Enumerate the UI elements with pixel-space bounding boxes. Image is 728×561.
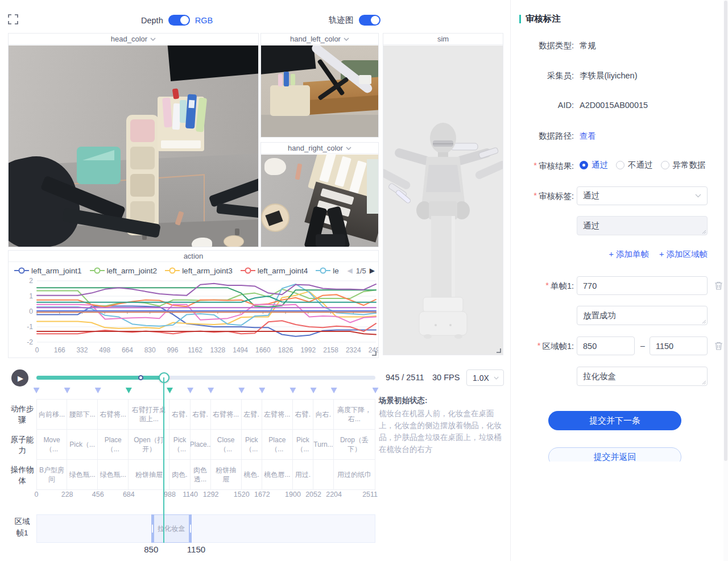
data-path-view-link[interactable]: 查看 [580,131,596,142]
step-cell[interactable]: 向右. [313,400,334,429]
resize-corner-icon[interactable] [371,350,377,356]
legend-next-icon[interactable]: ▶ [370,267,375,275]
add-single-frame-button[interactable]: + 添加单帧 [609,249,650,260]
playback-slider[interactable] [36,376,375,380]
step-cell[interactable]: Pick（... [67,430,98,459]
step-marker[interactable] [311,388,317,393]
step-cell[interactable]: Place（... [262,430,293,459]
scrollbar-thumb[interactable] [724,1,727,461]
single-frame-dot-marker[interactable] [138,375,143,380]
step-marker[interactable] [238,388,245,393]
step-cell[interactable]: 肉色透... [191,460,211,489]
step-cell[interactable]: Close（... [211,430,242,459]
step-marker[interactable] [64,388,71,393]
region-frame-track[interactable]: 拉化妆盒 [36,514,375,543]
step-cell[interactable]: 右臂. [293,400,313,429]
step-cell[interactable]: 用过. [293,460,313,489]
step-cell[interactable]: 腰部下... [67,400,98,429]
review-tag-comment[interactable]: 通过 [577,216,708,235]
step-cell[interactable]: 右臂将... [211,400,242,429]
review-tag-select[interactable]: 通过 [577,186,708,205]
annotation-review-app: Depth RGB 轨迹图 head_color hand_left_color [0,0,728,561]
scene-note-body: 梳妆台在机器人前，化妆盒在桌面上，化妆盒的侧边摆放着物品，化妆品，护肤品盒垃圾在… [379,408,509,455]
step-cell[interactable]: 桃色. [242,460,262,489]
trash-icon[interactable] [714,341,723,351]
legend-item[interactable]: left_arm_joint3 [165,267,233,275]
step-marker[interactable] [208,388,214,393]
step-marker[interactable] [289,388,296,393]
step-cell[interactable]: B户型房间 [36,460,67,489]
add-region-frame-button[interactable]: + 添加区域帧 [659,249,708,260]
svg-text:2: 2 [29,278,33,285]
data-type-label: 数据类型: [539,40,574,51]
step-cell[interactable]: 向前移... [36,400,67,429]
step-cell[interactable]: 肉色. [169,460,190,489]
step-marker[interactable] [34,388,40,393]
step-cell[interactable]: Place（... [98,430,129,459]
step-cell[interactable] [313,460,334,489]
hand-right-camera-title[interactable]: hand_right_color [288,144,343,152]
action-line-chart[interactable]: 210-1-2016633249866483099611621328149416… [9,278,378,358]
step-cell[interactable]: Pick（... [169,430,190,459]
step-cell[interactable]: 粉饼抽屉 [211,460,242,489]
legend-prev-icon[interactable]: ◀ [347,267,352,275]
page-scrollbar[interactable] [723,0,728,561]
review-result-option[interactable]: 不通过 [616,160,653,171]
step-cell[interactable]: Drop（丢下） [334,430,375,459]
trajectory-switch[interactable] [359,15,380,26]
speed-select[interactable]: 1.0X [466,369,504,386]
submit-next-button[interactable]: 提交并下一条 [548,411,681,430]
fullscreen-icon[interactable] [8,14,18,24]
legend-item[interactable]: le [316,267,339,275]
review-result-option[interactable]: 异常数据 [661,160,706,171]
step-cell[interactable]: Pick（... [242,430,262,459]
step-cell[interactable]: Place.. [191,430,211,459]
trash-icon[interactable] [714,281,723,290]
head-camera-title[interactable]: head_color [111,35,147,43]
single-frame-input[interactable] [577,276,708,295]
submit-return-button[interactable]: 提交并返回 [548,447,681,462]
step-marker[interactable] [167,388,173,393]
step-cell[interactable]: 左臂将... [262,400,293,429]
step-cell[interactable]: Pick（... [293,430,313,459]
step-cell[interactable]: 右臂将... [98,400,129,429]
step-marker[interactable] [331,388,337,393]
step-marker[interactable] [373,388,379,393]
step-cell[interactable]: 绿色瓶... [67,460,98,489]
review-result-option[interactable]: 通过 [580,160,608,171]
review-result-radio-group: 通过不通过异常数据 [580,160,706,171]
data-type-value: 常规 [580,40,596,51]
chart-title: action [184,252,204,260]
region-segment[interactable]: 拉化妆盒 [151,514,192,543]
region-start-value: 850 [144,545,158,554]
sim-viewport[interactable] [383,45,503,355]
step-cell[interactable]: 左臂. [242,400,262,429]
step-cell[interactable]: 绿色瓶... [98,460,129,489]
region-start-input[interactable] [577,336,635,355]
step-cell[interactable]: 高度下降，右... [334,400,375,429]
legend-item[interactable]: left_arm_joint2 [90,267,158,275]
step-cell[interactable]: Move（... [36,430,67,459]
step-cell[interactable]: 桃色唇... [262,460,293,489]
hand-left-camera-title[interactable]: hand_left_color [290,35,341,43]
legend-item[interactable]: left_arm_joint1 [14,267,82,275]
legend-item[interactable]: left_arm_joint4 [241,267,308,275]
play-button[interactable]: ▶ [11,369,28,387]
review-result-label: 审核结果: [539,161,574,172]
step-cell[interactable]: 用过的纸巾 [334,460,375,489]
step-cell[interactable]: Turn... [313,430,334,459]
legend-item-label: left_arm_joint2 [107,267,158,275]
step-marker[interactable] [126,388,132,393]
step-marker[interactable] [259,388,265,393]
resize-corner-icon[interactable] [495,347,501,353]
rgb-label: RGB [195,16,213,25]
collector-label: 采集员: [547,70,574,81]
step-cell[interactable]: 右臂. [191,400,211,429]
step-marker[interactable] [95,388,101,393]
single-frame-note[interactable]: 放置成功 [577,306,708,325]
depth-rgb-switch[interactable] [168,15,190,26]
step-cell[interactable]: 右臂. [169,400,190,429]
region-frame-note[interactable]: 拉化妆盒 [577,367,708,386]
step-marker[interactable] [187,388,193,393]
region-end-input[interactable] [650,336,708,355]
